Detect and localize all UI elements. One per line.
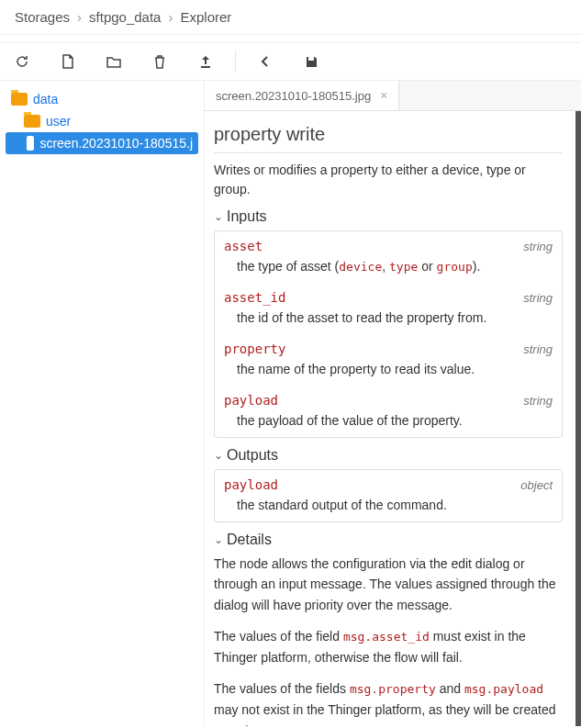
close-icon[interactable]: × [380, 88, 387, 103]
details-paragraph: The values of the fields msg.property an… [214, 678, 563, 726]
param-type: string [523, 291, 553, 305]
param-name: asset_id [224, 290, 285, 305]
param-type: string [523, 342, 553, 356]
folder-open-icon [24, 115, 40, 128]
divider [235, 50, 236, 73]
tree-folder-user[interactable]: user [6, 110, 198, 132]
save-button[interactable] [298, 49, 324, 74]
chevron-down-icon: ⌄ [214, 210, 223, 223]
param-name: asset [224, 239, 263, 253]
toolbar [0, 42, 581, 81]
param-desc: the standard output of the command. [224, 492, 553, 518]
breadcrumb-item[interactable]: Storages [15, 9, 70, 25]
param-type: string [523, 240, 553, 253]
input-property: property string the name of the property… [215, 334, 562, 386]
tab-label: screen.20231010-180515.jpg [216, 89, 371, 103]
param-type: object [520, 478, 553, 492]
chevron-right-icon: › [77, 9, 82, 25]
param-type: string [523, 394, 553, 408]
chevron-down-icon: ⌄ [214, 533, 223, 546]
section-inputs[interactable]: ⌄ Inputs [214, 208, 563, 225]
param-desc: the payload of the value of the property… [224, 408, 553, 433]
upload-button[interactable] [193, 49, 218, 74]
new-file-button[interactable] [55, 49, 81, 74]
tab-file[interactable]: screen.20231010-180515.jpg × [205, 81, 399, 110]
input-payload: payload string the payload of the value … [215, 386, 562, 437]
file-icon [27, 136, 34, 151]
param-desc: the name of the property to read its val… [224, 356, 553, 382]
tree-folder-data[interactable]: data [6, 88, 198, 110]
chevron-down-icon: ⌄ [214, 449, 223, 462]
inputs-box: asset string the type of asset (device, … [214, 230, 563, 438]
tree-label: data [33, 92, 58, 106]
breadcrumb-item[interactable]: Explorer [180, 9, 231, 25]
breadcrumb: Storages › sftpgo_data › Explorer [0, 0, 581, 35]
input-asset: asset string the type of asset (device, … [215, 231, 562, 283]
doc-title: property write [214, 120, 563, 153]
refresh-button[interactable] [9, 49, 35, 74]
chevron-right-icon: › [168, 9, 173, 25]
tree-file-screenshot[interactable]: screen.20231010-180515.j [6, 132, 198, 154]
delete-button[interactable] [147, 49, 173, 74]
doc-description: Writes or modifies a property to either … [214, 161, 563, 199]
details-paragraph: The values of the field msg.asset_id mus… [214, 626, 563, 667]
section-details[interactable]: ⌄ Details [214, 532, 563, 548]
new-folder-button[interactable] [101, 49, 127, 74]
param-desc: the id of the asset to read the property… [224, 305, 553, 330]
file-tree: data user screen.20231010-180515.j [0, 81, 204, 726]
section-outputs[interactable]: ⌄ Outputs [214, 447, 563, 464]
back-button[interactable] [252, 49, 278, 74]
folder-open-icon [11, 93, 28, 106]
outputs-box: payload object the standard output of th… [214, 469, 563, 522]
breadcrumb-item[interactable]: sftpgo_data [89, 9, 161, 25]
tree-label: screen.20231010-180515.j [39, 136, 193, 151]
output-payload: payload object the standard output of th… [215, 470, 562, 521]
tree-label: user [46, 114, 71, 129]
param-desc: the type of asset (device, type or group… [224, 253, 553, 279]
param-name: property [224, 342, 285, 356]
param-name: payload [224, 393, 278, 408]
input-asset-id: asset_id string the id of the asset to r… [215, 283, 562, 334]
param-name: payload [224, 477, 278, 492]
document-viewer: property write Writes or modifies a prop… [205, 111, 581, 726]
details-paragraph: The node allows the configuration via th… [214, 554, 563, 615]
tab-bar: screen.20231010-180515.jpg × [205, 81, 581, 111]
